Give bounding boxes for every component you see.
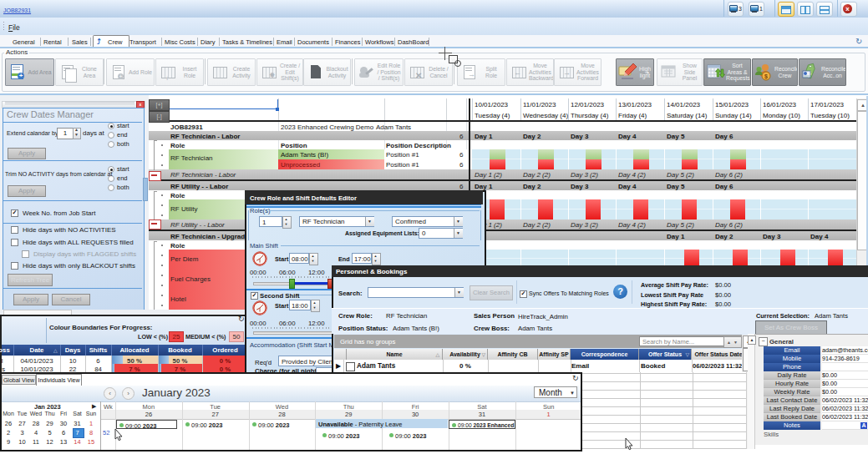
svg-text:$: $ — [764, 73, 768, 80]
